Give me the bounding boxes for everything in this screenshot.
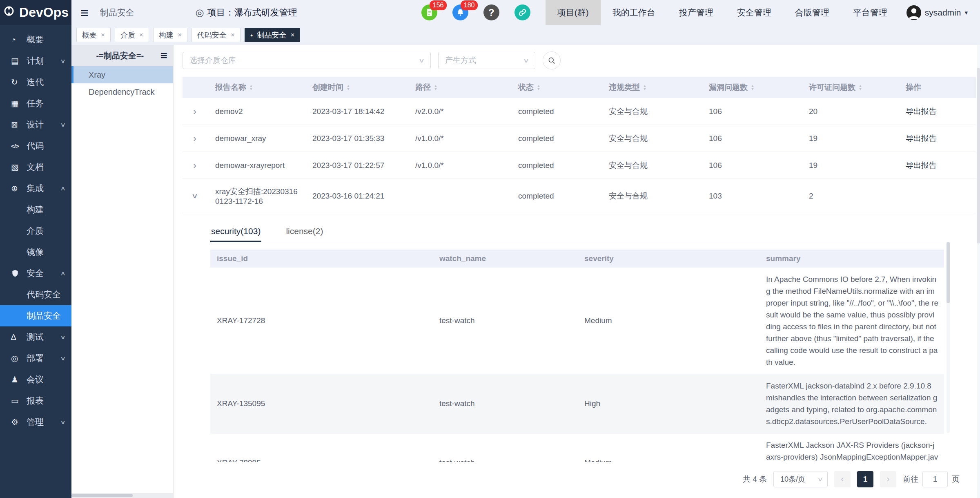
quick-links-button[interactable] xyxy=(514,4,530,20)
iteration-icon: ↻ xyxy=(11,77,27,87)
help-button[interactable]: ? xyxy=(483,4,499,20)
issue-row[interactable]: XRAY-135095 test-watch High FasterXML ja… xyxy=(210,374,944,433)
panel-item-dependencytrack[interactable]: DependencyTrack xyxy=(71,83,173,100)
col-status[interactable]: 状态▲▼ xyxy=(510,82,601,93)
expand-row-icon[interactable]: › xyxy=(183,106,207,117)
repo-select[interactable]: 选择介质仓库 ∨ xyxy=(183,52,431,69)
project-switcher[interactable]: ◎ 项目：瀑布式研发管理 xyxy=(196,7,297,19)
tab-code-security[interactable]: 代码安全× xyxy=(192,28,241,42)
sidebar-item-test[interactable]: ∆测试∨ xyxy=(0,326,71,348)
sort-icon[interactable]: ▲▼ xyxy=(751,84,755,91)
topbar: DevOps ≡ 制品安全 ◎ 项目：瀑布式研发管理 156 180 ? xyxy=(0,0,980,25)
col-path[interactable]: 路径▲▼ xyxy=(407,82,510,93)
nav-item-security[interactable]: 安全管理 xyxy=(725,0,783,25)
table-row[interactable]: › demov2 2023-03-17 18:14:42 /v2.0.0/* c… xyxy=(183,98,976,125)
next-page-button[interactable]: › xyxy=(880,471,896,487)
chevron-down-icon: ∨ xyxy=(60,334,66,340)
nav-item-projects[interactable]: 项目(群) xyxy=(546,0,601,25)
sidebar-item-build[interactable]: 构建 xyxy=(0,199,71,220)
sort-icon[interactable]: ▲▼ xyxy=(858,84,862,91)
close-icon[interactable]: × xyxy=(178,31,182,39)
col-report-name[interactable]: 报告名称▲▼ xyxy=(207,82,304,93)
content-vertical-scrollbar[interactable] xyxy=(977,45,980,498)
detail-vertical-scrollbar[interactable] xyxy=(947,242,950,433)
panel-menu-icon[interactable]: ≡ xyxy=(160,49,167,63)
expand-row-icon[interactable]: › xyxy=(183,160,207,171)
scrollbar-thumb[interactable] xyxy=(71,494,133,497)
menu-toggle-icon[interactable]: ≡ xyxy=(80,6,89,20)
panel-item-xray[interactable]: Xray xyxy=(71,66,173,83)
sidebar-item-code-security[interactable]: 代码安全 xyxy=(0,284,71,305)
close-icon[interactable]: × xyxy=(101,31,105,39)
tab-license[interactable]: license(2) xyxy=(285,222,324,242)
sidebar-item-image[interactable]: 镜像 xyxy=(0,241,71,263)
sidebar-item-deploy[interactable]: ◎部署∨ xyxy=(0,348,71,369)
chevron-down-icon: ∨ xyxy=(817,476,823,482)
tab-build[interactable]: 构建× xyxy=(153,28,187,42)
sidebar-item-design[interactable]: ⊠设计∨ xyxy=(0,114,71,135)
sidebar-item-docs[interactable]: ▧文档 xyxy=(0,156,71,178)
goto-page-input[interactable] xyxy=(922,471,948,487)
sidebar-item-security[interactable]: 安全∧ xyxy=(0,263,71,284)
expand-row-icon[interactable]: › xyxy=(183,133,207,144)
documents-button[interactable]: 156 xyxy=(421,4,437,20)
search-button[interactable] xyxy=(543,51,561,69)
sidebar-item-plan[interactable]: ▤计划∨ xyxy=(0,50,71,71)
export-report-link[interactable]: 导出报告 xyxy=(898,102,976,121)
close-icon[interactable]: × xyxy=(231,31,235,39)
col-created[interactable]: 创建时间▲▼ xyxy=(304,82,407,93)
sidebar-item-report[interactable]: ▭报表 xyxy=(0,390,71,411)
notifications-button[interactable]: 180 xyxy=(452,4,468,20)
code-icon: </> xyxy=(11,143,27,150)
table-row[interactable]: › demowar_xray 2023-03-17 01:35:33 /v1.0… xyxy=(183,125,976,152)
sidebar-item-meeting[interactable]: ♟会议 xyxy=(0,369,71,390)
col-vuln-count[interactable]: 漏洞问题数▲▼ xyxy=(701,82,801,93)
page-size-select[interactable]: 10条/页 ∨ xyxy=(773,471,828,487)
sidebar-item-integration[interactable]: ⊛集成∧ xyxy=(0,178,71,199)
table-row-expanded[interactable]: ∨ xray安全扫描:202303160123-1172-16 2023-03-… xyxy=(183,179,976,213)
nav-item-release[interactable]: 投产管理 xyxy=(667,0,725,25)
panel-horizontal-scrollbar[interactable] xyxy=(71,493,173,498)
integration-icon: ⊛ xyxy=(11,183,27,193)
sort-icon[interactable]: ▲▼ xyxy=(249,84,253,91)
prev-page-button[interactable]: ‹ xyxy=(834,471,851,487)
sidebar-item-code[interactable]: </>代码 xyxy=(0,135,71,156)
tab-overview[interactable]: 概要× xyxy=(76,28,111,42)
export-report-link[interactable]: 导出报告 xyxy=(898,129,976,148)
col-license-count[interactable]: 许可证问题数▲▼ xyxy=(801,82,898,93)
sort-icon[interactable]: ▲▼ xyxy=(434,84,438,91)
col-violation[interactable]: 违规类型▲▼ xyxy=(601,82,701,93)
collapse-row-icon[interactable]: ∨ xyxy=(178,192,212,200)
issue-row[interactable]: XRAY-172728 test-watch Medium In Apache … xyxy=(210,268,944,374)
nav-item-merge[interactable]: 合版管理 xyxy=(783,0,841,25)
close-icon[interactable]: × xyxy=(139,31,143,39)
user-menu[interactable]: sysadmin ▾ xyxy=(899,5,980,20)
sidebar-item-task[interactable]: ▦任务 xyxy=(0,93,71,114)
export-report-link[interactable]: 导出报告 xyxy=(898,156,976,175)
scrollbar-thumb[interactable] xyxy=(947,242,950,303)
sidebar-item-artifact-security[interactable]: 制品安全 xyxy=(0,305,71,326)
sort-icon[interactable]: ▲▼ xyxy=(346,84,350,91)
close-icon[interactable]: × xyxy=(290,31,294,39)
tab-artifact-security[interactable]: ●制品安全× xyxy=(245,28,301,42)
nav-item-workbench[interactable]: 我的工作台 xyxy=(601,0,667,25)
sort-icon[interactable]: ▲▼ xyxy=(643,84,647,91)
nav-item-platform[interactable]: 平台管理 xyxy=(841,0,899,25)
sidebar-item-overview[interactable]: ◔概要 xyxy=(0,29,71,50)
chevron-down-icon: ∨ xyxy=(60,419,66,425)
sidebar-item-admin[interactable]: ⚙管理∨ xyxy=(0,411,71,433)
chevron-up-icon: ∧ xyxy=(60,270,66,277)
issue-row[interactable]: XRAY-78995 test-watch Medium FasterXML J… xyxy=(210,433,944,462)
sidebar-item-iteration[interactable]: ↻迭代 xyxy=(0,71,71,93)
user-dropdown-icon: ▾ xyxy=(964,9,968,16)
mode-select[interactable]: 产生方式 ∨ xyxy=(438,52,535,69)
tab-artifact[interactable]: 介质× xyxy=(115,28,149,42)
scrollbar-thumb[interactable] xyxy=(977,68,980,243)
sort-icon[interactable]: ▲▼ xyxy=(537,84,541,91)
table-row[interactable]: › demowar-xrayreport 2023-03-17 01:22:57… xyxy=(183,152,976,179)
issues-table: issue_id watch_name severity summary XRA… xyxy=(210,250,944,462)
sidebar-item-artifact[interactable]: 介质 xyxy=(0,220,71,241)
tab-security[interactable]: security(103) xyxy=(210,222,261,242)
page-number-button[interactable]: 1 xyxy=(857,471,873,487)
col-summary: summary xyxy=(760,254,944,263)
